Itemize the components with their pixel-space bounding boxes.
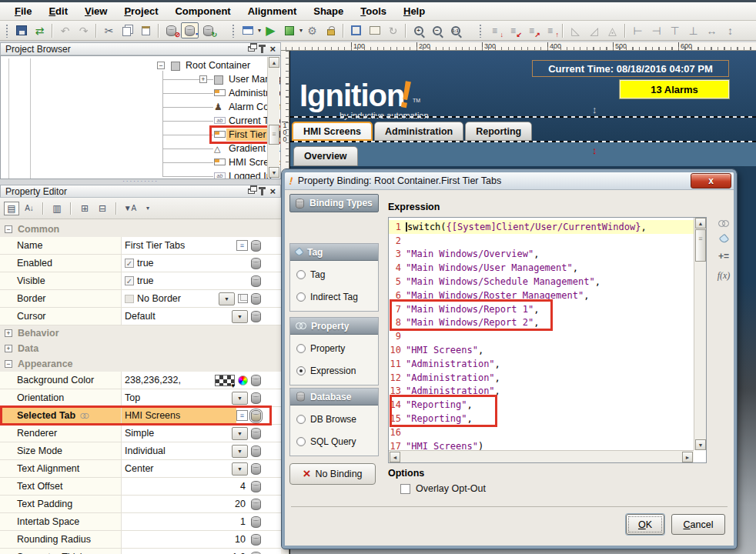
paste-icon[interactable] [137, 22, 155, 38]
property-link-icon[interactable] [718, 220, 729, 227]
code-line-4[interactable]: 4"Main Windows/User Management", [389, 261, 694, 275]
tree-scrollbar[interactable]: ▲ ▼ [267, 57, 279, 178]
prop-value[interactable]: No Border [122, 290, 219, 307]
menu-component[interactable]: Component [166, 3, 239, 19]
binding-icon[interactable] [251, 463, 261, 475]
dialog-close-button[interactable]: x [691, 173, 731, 189]
align-right-icon[interactable]: ⊣ [647, 22, 665, 38]
close-panel-icon[interactable]: × [269, 45, 276, 53]
code-line-13[interactable]: 13"Administration", [389, 385, 694, 399]
radio-row-property[interactable]: Property [296, 343, 372, 354]
scroll-left-icon[interactable]: ◄ [390, 452, 400, 462]
category-behavior[interactable]: +Behavior [0, 325, 281, 341]
code-line-8[interactable]: 8"Main Windows/Report 2", [389, 316, 694, 330]
float-panel-icon[interactable] [248, 189, 255, 194]
cut-icon[interactable]: ✂ [100, 22, 118, 38]
radio-row-db-browse[interactable]: DB Browse [296, 414, 372, 425]
binding-icon[interactable] [251, 516, 261, 528]
fit-window-icon[interactable] [347, 22, 365, 38]
categorized-view-icon[interactable]: ▤ [4, 202, 19, 215]
code-line-14[interactable]: 14"Reporting", [389, 398, 694, 412]
prop-row-intertab-space[interactable]: Intertab Space1 [0, 513, 281, 531]
dropdown-button[interactable]: ▼ [232, 427, 248, 440]
prop-value[interactable]: 1 [122, 513, 251, 530]
copy-icon[interactable] [119, 22, 136, 38]
redo-icon[interactable]: ↷ [75, 22, 92, 38]
resize-handle-top-icon[interactable]: ↕ [592, 105, 597, 115]
binding-icon[interactable] [251, 534, 261, 546]
scroll-thumb[interactable] [269, 125, 279, 145]
tree-item-alarm-count-label[interactable]: ♟Alarm Count Label [1, 100, 266, 114]
prop-value[interactable]: 4 [122, 478, 251, 495]
prop-row-cursor[interactable]: CursorDefault▼ [0, 308, 281, 325]
radio-row-sql-query[interactable]: SQL Query [296, 436, 372, 447]
db-connections-icon[interactable]: ⊘ [162, 22, 180, 38]
canvas-tab-administration[interactable]: Administration [374, 122, 463, 141]
rotate-icon[interactable]: ↻ [384, 22, 402, 38]
expand-icon[interactable]: + [5, 345, 12, 352]
update-project-icon[interactable]: ⇄ [31, 22, 49, 38]
prop-row-selected-tab[interactable]: Selected TabHMI Screens≡ [0, 407, 281, 425]
code-line-17[interactable]: 17"HMI Screens") [389, 439, 694, 450]
binding-icon[interactable] [251, 499, 261, 510]
no-binding-button[interactable]: × No Binding [289, 463, 376, 485]
binding-icon[interactable] [251, 392, 261, 404]
save-icon[interactable] [12, 22, 30, 38]
prop-value[interactable]: 20 [122, 496, 251, 512]
editor-vertical-scrollbar[interactable]: ▲ ▼ [694, 218, 706, 450]
prop-row-text-padding[interactable]: Text Padding20 [0, 496, 281, 513]
prop-row-name[interactable]: NameFirst Tier Tabs≡ [0, 237, 281, 255]
menu-project[interactable]: Project [115, 3, 166, 19]
dropdown-arrow-icon[interactable]: ▾ [299, 27, 303, 34]
pin-panel-icon[interactable] [261, 46, 263, 53]
dropdown-arrow-icon[interactable]: ▾ [258, 27, 261, 34]
resize-handle-bottom-icon[interactable]: ↕ [592, 146, 597, 155]
tag-icon[interactable] [718, 234, 729, 245]
pin-panel-icon[interactable] [261, 189, 263, 195]
category-common[interactable]: −Common [0, 222, 281, 237]
editor-horizontal-scrollbar[interactable]: ◄ ► [389, 450, 694, 462]
scroll-thumb[interactable] [695, 229, 706, 262]
tree-item-current-time[interactable]: abCurrent Time [1, 114, 266, 128]
db-refresh-icon[interactable]: ↻ [199, 22, 217, 38]
checkbox-checked-icon[interactable]: ✓ [125, 276, 134, 285]
checkbox-checked-icon[interactable]: ✓ [125, 259, 134, 268]
expression-code[interactable]: 1switch({[System]Client/User/CurrentWind… [389, 218, 694, 450]
text-editor-icon[interactable]: ≡ [236, 240, 248, 251]
canvas-tab-hmi-screens[interactable]: HMI Screens [292, 122, 373, 141]
radio-row-tag[interactable]: Tag [296, 269, 372, 280]
z-order-front-icon[interactable]: ≡↑ [541, 22, 559, 38]
prop-row-rounding-radius[interactable]: Rounding Radius10 [0, 531, 281, 549]
dropdown-button[interactable]: ▼ [219, 292, 235, 305]
menu-help[interactable]: Help [395, 3, 433, 19]
menu-view[interactable]: View [76, 3, 115, 19]
align-left-icon[interactable]: ⊢ [629, 22, 647, 38]
close-panel-icon[interactable]: × [269, 188, 276, 195]
expand-icon[interactable]: + [199, 75, 207, 83]
code-line-15[interactable]: 15"Reporting", [389, 412, 694, 426]
category-appearance[interactable]: −Appearance [0, 356, 281, 372]
binding-icon[interactable] [251, 293, 261, 305]
prop-value[interactable]: 238,236,232, [122, 372, 215, 389]
prop-value[interactable]: 10 [122, 531, 251, 548]
alarm-count-button[interactable]: 13 Alarms [620, 80, 729, 98]
window-canvas-icon[interactable] [366, 22, 383, 38]
code-line-7[interactable]: 7"Main Windows/Report 1", [389, 302, 694, 316]
color-wheel-icon[interactable] [238, 375, 248, 385]
ok-button[interactable]: OK [626, 514, 664, 535]
z-order-backward-icon[interactable]: ≡↙ [504, 22, 522, 38]
binding-icon[interactable] [251, 446, 261, 457]
z-order-forward-icon[interactable]: ≡↗ [523, 22, 540, 38]
prop-row-visible[interactable]: Visible✓true [0, 272, 281, 290]
prop-row-separator-thickness[interactable]: Separator Thickness1.0 [0, 549, 281, 554]
expand-icon[interactable]: + [5, 329, 12, 337]
rotate-shape-icon[interactable]: ◿ [585, 22, 603, 38]
scroll-up-icon[interactable]: ▲ [695, 218, 706, 229]
scroll-up-icon[interactable]: ▲ [269, 57, 279, 68]
open-window-icon[interactable] [239, 22, 256, 38]
scroll-down-icon[interactable]: ▼ [695, 439, 706, 450]
scroll-right-icon[interactable]: ► [682, 452, 693, 462]
db-write-icon[interactable]: ▪ [181, 22, 199, 38]
prop-row-renderer[interactable]: RendererSimple▼ [0, 425, 281, 442]
code-line-9[interactable]: 9 [389, 329, 694, 343]
